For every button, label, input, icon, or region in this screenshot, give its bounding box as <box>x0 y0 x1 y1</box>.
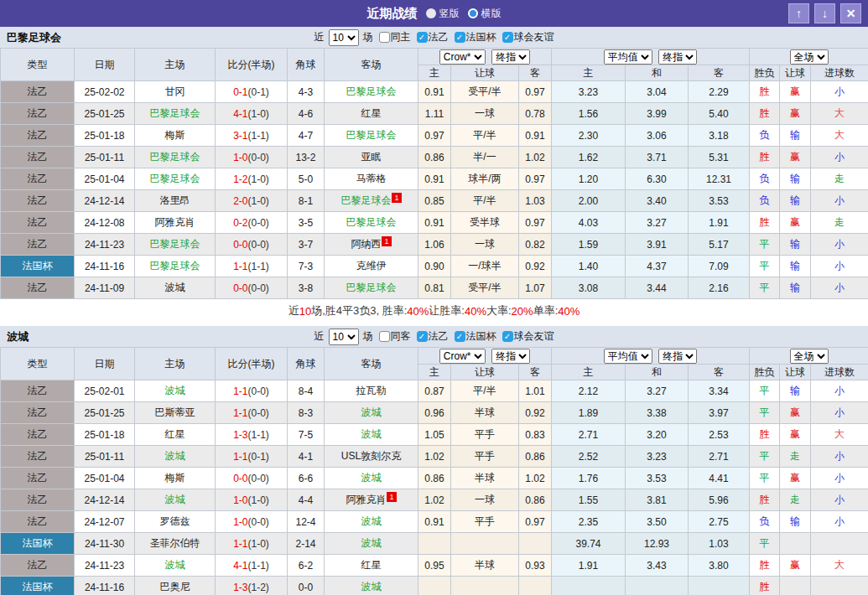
away-team-cell: 波城 <box>325 511 418 533</box>
team-link: 波城 <box>165 494 185 505</box>
home-team-cell: 波城 <box>135 446 216 468</box>
goals-result-cell: 小 <box>811 468 868 489</box>
avg-final-select[interactable]: 终指 <box>658 49 697 65</box>
odds-company-select[interactable]: Crow* <box>439 49 486 65</box>
team-link: 巴黎足球会 <box>150 151 200 163</box>
corner-cell: 4-7 <box>288 125 325 147</box>
team-link: 阿雅克肖 <box>346 494 386 505</box>
same-venue-filter[interactable]: 同客 <box>379 329 411 344</box>
handicap-result-cell: 赢 <box>780 555 811 577</box>
table-row: 法乙24-12-07罗德兹1-0(0-0)12-4波城0.91平手0.972.3… <box>1 511 868 533</box>
score-cell: 1-1(0-1) <box>216 446 288 468</box>
league-filter-cup[interactable]: ✓ 法国杯 <box>455 329 496 344</box>
match-type-cell: 法乙 <box>1 489 75 511</box>
avg-company-select[interactable]: 平均值 <box>604 349 652 364</box>
team-link: 拉瓦勒 <box>356 385 387 396</box>
move-down-button[interactable]: ↓ <box>814 3 835 23</box>
goals-result-cell: 小 <box>811 81 868 103</box>
avg-away-cell: 3.97 <box>689 402 750 424</box>
table-row: 法乙25-01-25巴斯蒂亚1-1(0-0)8-3波城0.96半球0.921.8… <box>1 402 868 424</box>
goals-result-cell: 小 <box>811 489 868 511</box>
close-button[interactable]: ✕ <box>840 3 861 23</box>
avg-draw-cell: 3.38 <box>626 402 689 424</box>
cup-checkbox[interactable]: ✓ <box>455 331 465 342</box>
full-match-select[interactable]: 全场 <box>790 349 829 364</box>
odds-company-select[interactable]: Crow* <box>439 349 486 364</box>
team-link: 波城 <box>361 428 382 440</box>
friendly-checkbox[interactable]: ✓ <box>502 331 513 342</box>
odds-away-cell: 1.07 <box>519 277 552 299</box>
move-up-button[interactable]: ↑ <box>788 3 809 23</box>
home-team-cell: 梅斯 <box>135 468 216 489</box>
col-date: 日期 <box>75 348 135 380</box>
radio-selected-icon[interactable] <box>426 8 436 18</box>
home-team-cell: 波城 <box>135 489 216 511</box>
goals-result-cell: 小 <box>811 511 868 533</box>
corner-cell: 8-1 <box>288 190 325 212</box>
home-team-cell: 巴黎足球会 <box>135 103 216 125</box>
table-body: 法乙25-02-01波城1-1(0-0)8-4拉瓦勒0.87平/半1.012.1… <box>1 380 868 595</box>
layout-vertical-radio[interactable]: 竖版 <box>426 7 460 21</box>
corner-cell: 5-0 <box>288 168 325 190</box>
avg-away-cell: 2.53 <box>689 424 750 446</box>
corner-cell: 12-4 <box>288 511 325 533</box>
col-avg-away: 客 <box>689 65 750 81</box>
cup-checkbox[interactable]: ✓ <box>455 32 465 43</box>
friendly-checkbox[interactable]: ✓ <box>502 32 513 43</box>
avg-home-cell: 39.74 <box>552 533 626 555</box>
match-count-select[interactable]: 10 <box>329 29 359 46</box>
avg-draw-cell: 3.71 <box>626 147 689 168</box>
ligue2-checkbox[interactable]: ✓ <box>417 32 428 43</box>
league-filter-ligue2[interactable]: ✓ 法乙 <box>417 329 449 344</box>
full-match-select[interactable]: 全场 <box>790 49 829 65</box>
home-team-cell: 巴黎足球会 <box>135 147 216 168</box>
same-venue-filter[interactable]: 同主 <box>379 30 411 44</box>
league-filter-friendly[interactable]: ✓ 球会友谊 <box>502 329 554 344</box>
odds-away-cell: 0.86 <box>519 446 552 468</box>
avg-final-select[interactable]: 终指 <box>658 349 697 364</box>
col-handicap-result: 让球 <box>780 365 811 380</box>
match-date-cell: 25-01-04 <box>75 168 135 190</box>
team-link: 巴黎足球会 <box>150 238 200 250</box>
league-filter-cup[interactable]: ✓ 法国杯 <box>455 30 496 44</box>
league-filter-ligue2[interactable]: ✓ 法乙 <box>417 30 449 44</box>
odds-home-cell: 0.87 <box>418 380 451 402</box>
away-team-cell: 马蒂格 <box>325 168 418 190</box>
corner-cell: 8-4 <box>288 380 325 402</box>
league-filter-friendly[interactable]: ✓ 球会友谊 <box>502 30 554 44</box>
odds-handicap-cell: 平/半 <box>451 380 519 402</box>
team-link: 波城 <box>361 537 382 549</box>
corner-cell: 13-2 <box>288 147 325 168</box>
avg-draw-cell: 3.44 <box>626 277 689 299</box>
same-venue-checkbox[interactable] <box>379 32 390 43</box>
match-date-cell: 24-11-30 <box>75 533 135 555</box>
home-team-cell: 波城 <box>135 277 216 299</box>
odds-group-header: Crow* 终指 <box>418 49 552 65</box>
col-handicap-result: 让球 <box>780 65 811 81</box>
same-venue-checkbox[interactable] <box>379 331 390 342</box>
ligue2-checkbox[interactable]: ✓ <box>417 331 428 342</box>
layout-horizontal-radio[interactable]: 横版 <box>468 7 502 21</box>
cup-label: 法国杯 <box>466 30 496 44</box>
avg-home-cell: 2.52 <box>552 446 626 468</box>
match-count-select[interactable]: 10 <box>329 329 359 345</box>
odds-away-cell <box>519 533 552 555</box>
avg-company-select[interactable]: 平均值 <box>604 49 652 65</box>
filter-bar: 巴黎足球会 近 10 场 同主 ✓ 法乙 ✓ 法国杯 ✓ 球会友谊 <box>0 27 868 48</box>
odds-final-select[interactable]: 终指 <box>491 349 530 364</box>
match-date-cell: 24-11-23 <box>75 555 135 577</box>
team-link: 波城 <box>165 450 185 462</box>
matches-label: 场 <box>363 329 373 344</box>
match-date-cell: 25-01-11 <box>75 147 135 168</box>
odds-home-cell: 0.97 <box>418 125 451 147</box>
team-name: 波城 <box>7 329 29 344</box>
avg-draw-cell: 3.27 <box>626 212 689 234</box>
odds-away-cell <box>519 577 552 595</box>
results-table: 类型 日期 主场 比分(半场) 角球 客场 Crow* 终指 平均值 终指 全场 <box>0 48 868 299</box>
home-team-cell: 罗德兹 <box>135 511 216 533</box>
radio-unselected-icon[interactable] <box>468 8 478 18</box>
corner-cell: 0-0 <box>288 577 325 595</box>
odds-final-select[interactable]: 终指 <box>491 49 530 65</box>
odds-away-cell: 0.92 <box>519 402 552 424</box>
odds-away-cell: 0.83 <box>519 424 552 446</box>
